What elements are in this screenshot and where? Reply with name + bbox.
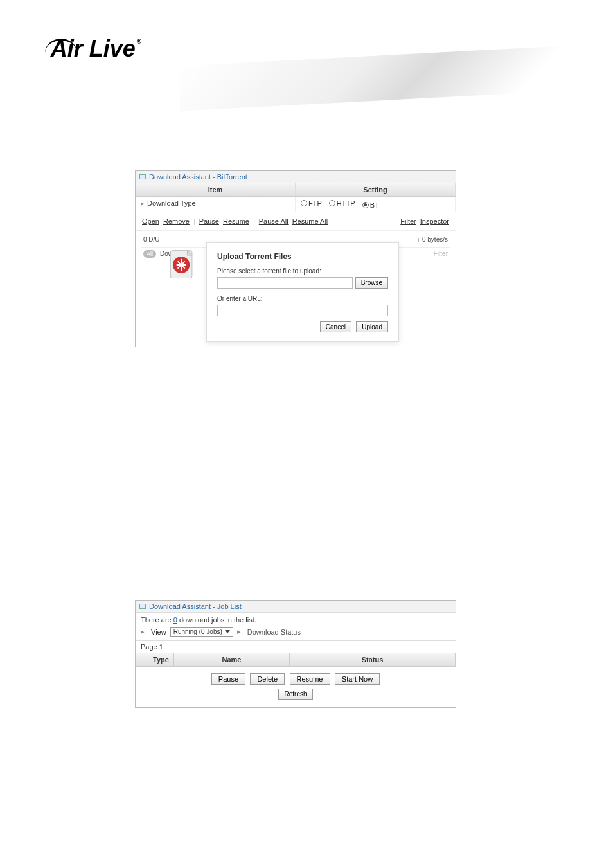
panel-title-bar: Download Assistant - BitTorrent [136,171,456,183]
modal-title: Upload Torrent Files [217,252,388,261]
bt-stats-left: 0 D/U [143,236,160,243]
modal-select-label: Please select a torrent file to upload: [217,267,388,275]
bittorrent-panel: Download Assistant - BitTorrent Item Set… [135,170,456,347]
col-item: Item [136,183,296,196]
radio-http[interactable]: HTTP [329,199,355,207]
download-type-row: ▸Download Type FTP HTTP BT [136,197,456,212]
col-type: Type [148,653,174,666]
job-count-info: There are 0 download jobs in the list. [136,613,456,627]
job-list-header: Type Name Status [136,653,456,667]
start-now-button[interactable]: Start Now [335,673,380,685]
toolbar-pause-all[interactable]: Pause All [259,217,289,225]
row-arrow-icon: ▸ [141,199,145,207]
torrent-file-icon [164,247,200,283]
panel-icon [139,174,146,179]
view-label: View [151,628,166,636]
toolbar-resume[interactable]: Resume [223,217,249,225]
col-setting: Setting [296,183,456,196]
col-status: Status [290,653,456,666]
cancel-button[interactable]: Cancel [320,321,351,332]
delete-button[interactable]: Delete [250,673,285,685]
radio-ftp[interactable]: FTP [301,199,322,207]
download-status-link[interactable]: Download Status [247,628,301,636]
download-type-label: ▸Download Type [136,197,296,212]
dropdown-icon [225,630,230,633]
view-select[interactable]: Running (0 Jobs) [170,627,233,637]
radio-bt[interactable]: BT [362,201,379,209]
toolbar-filter[interactable]: Filter [400,217,416,225]
panel-title-text: Download Assistant - Job List [149,602,242,610]
page: Air Live® Download Assistant - BitTorren… [0,0,613,868]
job-view-row: ▸ View Running (0 Jobs) ▸ Download Statu… [136,627,456,640]
job-actions: Pause Delete Resume Start Now [136,667,456,689]
upload-button[interactable]: Upload [356,321,388,332]
panel-title-bar: Download Assistant - Job List [136,601,456,613]
modal-url-label: Or enter a URL: [217,295,388,302]
modal-actions: Cancel Upload [217,321,388,332]
panel-icon [139,604,146,609]
toolbar-open[interactable]: Open [142,217,159,225]
toolbar-sep: | [193,217,195,225]
toolbar-resume-all[interactable]: Resume All [292,217,328,225]
job-list-panel: Download Assistant - Job List There are … [135,600,456,708]
torrent-url-input[interactable] [217,305,388,316]
toolbar-sep: | [253,217,255,225]
row-arrow-icon: ▸ [237,628,241,636]
job-refresh: Refresh [136,689,456,707]
toolbar-remove[interactable]: Remove [163,217,190,225]
upload-torrent-modal: Upload Torrent Files Please select a tor… [206,242,399,342]
modal-file-line: Browse [217,277,388,289]
bt-body: 0 D/U ↑ 0 bytes/s All Down Filter Upload… [136,231,456,347]
download-type-setting: FTP HTTP BT [296,197,456,212]
resume-button[interactable]: Resume [290,673,330,685]
bt-row-badge: All [143,250,156,258]
brand-logo: Air Live® [45,35,140,62]
header-swoosh [180,43,613,111]
panel-title-text: Download Assistant - BitTorrent [149,173,247,181]
torrent-file-input[interactable] [217,277,353,289]
bt-toolbar: Open Remove | Pause Resume | Pause All R… [136,212,456,231]
bt-row-filter: Filter [434,250,448,257]
row-arrow-icon: ▸ [141,628,145,636]
bt-stats-right: ↑ 0 bytes/s [417,236,448,243]
browse-button[interactable]: Browse [355,277,388,289]
pause-button[interactable]: Pause [211,673,245,685]
col-checkbox [136,653,148,666]
refresh-button[interactable]: Refresh [278,689,312,700]
col-name: Name [174,653,290,666]
logo-dot-icon [59,39,63,43]
settings-grid-header: Item Setting [136,183,456,197]
logo-registered-mark: ® [137,38,141,45]
page-indicator: Page 1 [136,640,456,653]
toolbar-inspector[interactable]: Inspector [420,217,449,225]
toolbar-pause[interactable]: Pause [199,217,219,225]
